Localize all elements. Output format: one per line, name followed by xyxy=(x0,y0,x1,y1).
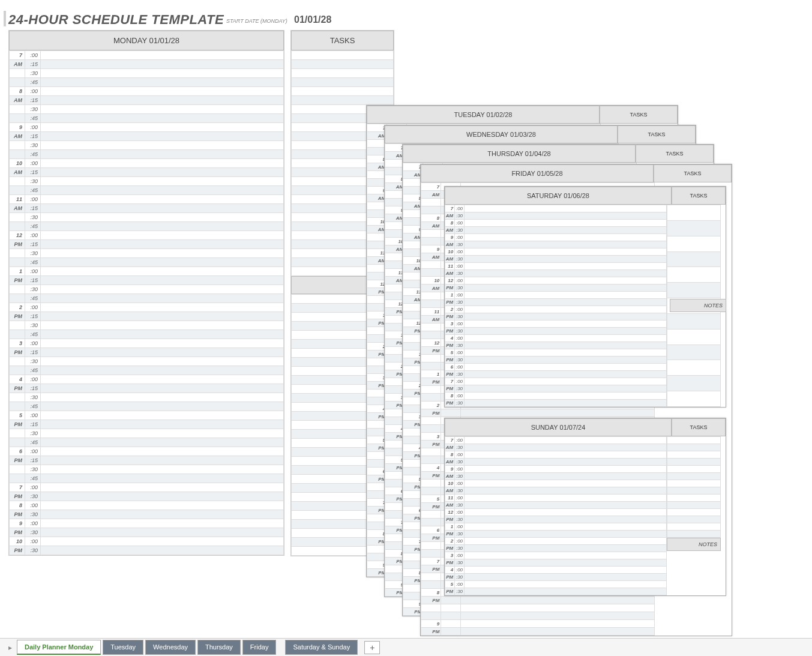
sheet-tab-bar: ▸ Daily Planner MondayTuesdayWednesdayTh… xyxy=(0,638,812,656)
sheet-tab[interactable]: Friday xyxy=(242,640,277,655)
sunday-sheet: SUNDAY 01/07/24 TASKS 7:00AM:308:00AM:30… xyxy=(444,418,726,596)
sheet-tab[interactable]: Saturday & Sunday xyxy=(285,640,358,655)
stacked-day-header: WEDNESDAY 01/03/28 xyxy=(385,125,618,143)
sheet-tab[interactable]: Tuesday xyxy=(103,640,143,655)
document-title: 24-HOUR SCHEDULE TEMPLATE xyxy=(8,12,224,28)
saturday-notes-section: NOTES xyxy=(670,299,726,312)
sunday-grid[interactable]: 7:00AM:308:00AM:309:00AM:3010:00AM:3011:… xyxy=(445,436,667,595)
monday-header: MONDAY 01/01/28 xyxy=(9,31,284,50)
stacked-tasks-header: TASKS xyxy=(654,164,732,182)
tasks-header: TASKS xyxy=(291,31,394,50)
sheet-tab[interactable]: Daily Planner Monday xyxy=(17,640,101,655)
monday-panel: MONDAY 01/01/28 7:00AM:15:30:458:00AM:15… xyxy=(8,30,284,556)
stacked-day-header: TUESDAY 01/02/28 xyxy=(367,106,600,124)
saturday-header: SATURDAY 01/06/28 xyxy=(445,187,672,205)
saturday-sheet: SATURDAY 01/06/28 TASKS 7:00AM:308:00AM:… xyxy=(444,186,726,408)
stacked-tasks-header: TASKS xyxy=(600,106,678,124)
saturday-notes-header: NOTES xyxy=(670,299,726,312)
sunday-tasks-grid[interactable] xyxy=(667,436,721,538)
saturday-tasks-header: TASKS xyxy=(672,187,726,205)
sheet-tab[interactable]: Wednesday xyxy=(145,640,196,655)
monday-time-grid[interactable]: 7:00AM:15:30:458:00AM:15:30:459:00AM:15:… xyxy=(9,50,284,555)
start-date-label: START DATE (MONDAY) xyxy=(226,18,287,24)
tab-nav-prev-icon[interactable]: ▸ xyxy=(4,641,17,654)
stacked-day-header: FRIDAY 01/05/28 xyxy=(421,164,654,182)
sunday-notes-header: NOTES xyxy=(667,538,721,551)
sunday-tasks-header: TASKS xyxy=(672,418,726,436)
stacked-tasks-header: TASKS xyxy=(636,145,714,163)
start-date-value[interactable]: 01/01/28 xyxy=(294,14,331,25)
stacked-tasks-header: TASKS xyxy=(618,125,696,143)
sunday-header: SUNDAY 01/07/24 xyxy=(445,418,672,436)
saturday-grid[interactable]: 7:00AM:308:00AM:309:00AM:3010:00AM:3011:… xyxy=(445,205,667,407)
sheet-tab[interactable]: Thursday xyxy=(197,640,241,655)
add-sheet-button[interactable]: + xyxy=(364,641,380,654)
stacked-day-header: THURSDAY 01/04/28 xyxy=(403,145,636,163)
